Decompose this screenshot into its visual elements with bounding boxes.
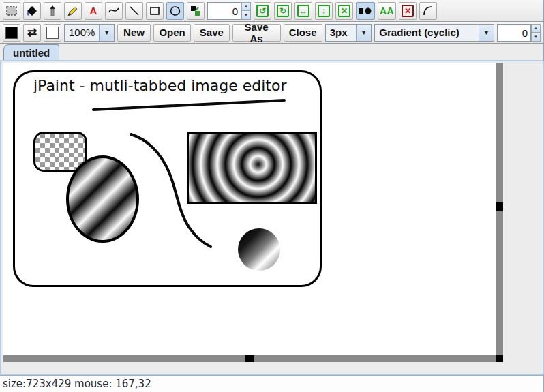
- fill-style-button[interactable]: [356, 2, 375, 20]
- arc-tool-button[interactable]: [419, 2, 437, 20]
- clear-button[interactable]: ✕: [335, 2, 353, 20]
- image-resize-bar-right: [496, 63, 503, 362]
- tab-label: untitled: [13, 47, 50, 59]
- drawn-gradient-circle: [238, 228, 280, 271]
- save-as-button[interactable]: Save As: [232, 24, 281, 42]
- rotate-right-button[interactable]: ↻: [274, 2, 292, 20]
- file-toolbar: ⇄ 100% ▼ New Open Save Save As Close 3px…: [0, 22, 543, 44]
- line-tool-button[interactable]: [125, 2, 143, 20]
- drawn-title-text: jPaint - mutli-tabbed image editor: [33, 77, 286, 94]
- angle-spinner-up-button[interactable]: ▲: [241, 2, 251, 12]
- spin-up-icon: ▲: [534, 26, 538, 30]
- stroke-width-select[interactable]: 3px ▼: [325, 24, 372, 42]
- rectangle-icon: [149, 5, 161, 17]
- swap-colors-icon: ⇄: [27, 27, 37, 38]
- rotate-right-icon: ↻: [277, 5, 289, 17]
- spin-down-icon: ▼: [534, 35, 538, 39]
- spin-up-icon: ▲: [244, 4, 248, 8]
- antialias-icon: AA: [380, 6, 394, 16]
- select-tool-button[interactable]: [3, 2, 20, 20]
- gradient-spinner-field[interactable]: 0: [497, 24, 531, 42]
- rectangle-tool-button[interactable]: [146, 2, 164, 20]
- rotate-left-icon: ↺: [256, 5, 269, 17]
- pencil-tool-button[interactable]: [64, 2, 82, 20]
- paint-mode-select[interactable]: Gradient (cyclic) ▼: [374, 24, 494, 42]
- clear-x-icon: ✕: [338, 5, 350, 17]
- no-fill-x-icon: ✕: [402, 5, 414, 17]
- pencil-icon: [67, 5, 79, 17]
- gradient-spinner-up-button[interactable]: ▲: [531, 24, 541, 33]
- angle-spinner-field[interactable]: 0: [207, 2, 241, 20]
- status-text: size:723x429 mouse: 167,32: [3, 378, 151, 390]
- eyedropper-tool-button[interactable]: [44, 2, 61, 20]
- curve-icon: [108, 5, 120, 17]
- zoom-select-value: 100%: [65, 25, 99, 41]
- swap-colors-button[interactable]: ⇄: [23, 24, 41, 42]
- status-bar: size:723x429 mouse: 167,32: [0, 375, 543, 392]
- paint-bucket-icon: [26, 5, 38, 17]
- fill-style-icon: [358, 5, 373, 16]
- foreground-color-button[interactable]: [3, 24, 20, 42]
- close-button[interactable]: Close: [284, 24, 322, 42]
- background-color-button[interactable]: [44, 24, 61, 42]
- resize-handle-bottom-right[interactable]: [496, 355, 503, 362]
- background-color-swatch: [46, 27, 59, 39]
- drawn-radial-gradient-rect: [187, 132, 317, 204]
- ellipse-icon: [169, 5, 181, 17]
- fill-tool-button[interactable]: [23, 2, 41, 20]
- tab-untitled[interactable]: untitled: [3, 44, 59, 60]
- canvas-viewport: jPaint - mutli-tabbed image editor: [0, 61, 544, 375]
- save-button[interactable]: Save: [194, 24, 229, 42]
- line-icon: [128, 5, 140, 17]
- angle-spinner-down-button[interactable]: ▼: [241, 11, 251, 20]
- new-button[interactable]: New: [117, 24, 151, 42]
- drawn-gradient-ellipse: [66, 155, 139, 243]
- curve-tool-button[interactable]: [105, 2, 123, 20]
- gradient-spinner: 0 ▲ ▼: [497, 24, 541, 42]
- chevron-down-icon: ▼: [99, 25, 114, 41]
- chevron-down-icon: ▼: [479, 25, 494, 41]
- antialias-button[interactable]: AA: [378, 2, 396, 20]
- no-fill-button[interactable]: ✕: [399, 2, 417, 20]
- tab-bar: untitled: [0, 44, 543, 61]
- flip-horizontal-icon: ↔: [297, 5, 309, 17]
- flip-horizontal-button[interactable]: ↔: [294, 2, 312, 20]
- ellipse-tool-button[interactable]: [166, 2, 184, 20]
- stamp-icon: [190, 5, 202, 17]
- resize-handle-right[interactable]: [496, 202, 503, 211]
- flip-vertical-icon: ↕: [318, 5, 330, 17]
- zoom-select[interactable]: 100% ▼: [64, 24, 115, 42]
- text-icon: A: [90, 5, 97, 16]
- tools-toolbar: A 0 ▲ ▼ ↺ ↻ ↔: [0, 0, 543, 22]
- eyedropper-icon: [46, 5, 59, 17]
- arc-icon: [422, 5, 434, 17]
- selection-marquee-icon: [5, 5, 18, 17]
- spin-down-icon: ▼: [244, 13, 248, 17]
- chevron-down-icon: ▼: [356, 25, 371, 41]
- rotate-left-button[interactable]: ↺: [254, 2, 271, 20]
- foreground-color-swatch: [5, 27, 18, 39]
- gradient-spinner-down-button[interactable]: ▼: [531, 33, 541, 42]
- angle-spinner: 0 ▲ ▼: [207, 2, 251, 20]
- open-button[interactable]: Open: [153, 24, 191, 42]
- resize-handle-bottom[interactable]: [245, 355, 254, 362]
- flip-vertical-button[interactable]: ↕: [315, 2, 333, 20]
- paint-mode-value: Gradient (cyclic): [375, 25, 479, 41]
- stamp-tool-button[interactable]: [187, 2, 205, 20]
- jpaint-window: A 0 ▲ ▼ ↺ ↻ ↔: [0, 0, 544, 392]
- canvas-image[interactable]: jPaint - mutli-tabbed image editor: [3, 63, 496, 355]
- stroke-width-value: 3px: [326, 25, 357, 41]
- text-tool-button[interactable]: A: [85, 2, 102, 20]
